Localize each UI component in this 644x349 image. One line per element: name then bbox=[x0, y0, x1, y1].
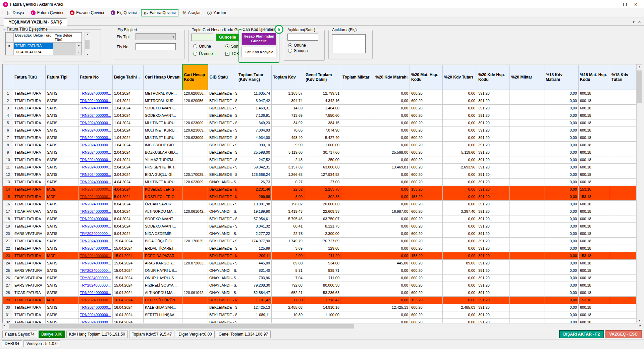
cell-miktar20[interactable] bbox=[510, 134, 544, 141]
cell-genel-toplam[interactable]: 1.100,00 bbox=[304, 311, 341, 318]
cell-gib-statu[interactable]: BEKLEMEDE - SA... bbox=[208, 245, 237, 252]
cell-genel-toplam[interactable]: 27,00 bbox=[304, 178, 341, 186]
cell-gib-statu[interactable]: BEKLEMEDE - SA... bbox=[208, 112, 237, 119]
menu-araclar[interactable]: ⚒ Araçlar bbox=[180, 9, 204, 16]
cell-fatura-no[interactable]: TRN2024000000... bbox=[78, 304, 113, 311]
cell-genel-toplam[interactable]: 211,20 bbox=[304, 252, 341, 259]
cell-toplam-miktar[interactable] bbox=[341, 230, 374, 237]
cell-kdv18-tutari[interactable] bbox=[610, 289, 638, 296]
cell-genel-toplam[interactable]: 302,88 bbox=[304, 193, 341, 200]
cell-gib-statu[interactable]: BEKLEMEDE - SA... bbox=[208, 134, 237, 141]
cell-kdv20-hsp-kodu[interactable]: 391.20 bbox=[477, 127, 510, 134]
cell-kdv20-tutari[interactable]: 0,00 bbox=[443, 104, 477, 112]
cell-kdv18-tutari[interactable] bbox=[610, 134, 638, 141]
cell-fatura-no[interactable]: TRN2024000000... bbox=[78, 222, 113, 230]
cell-belge-tarihi[interactable]: 15.04.2024 bbox=[113, 259, 144, 267]
cell-kdv18-tutari[interactable] bbox=[610, 119, 638, 127]
cell-rownum[interactable]: 21 bbox=[3, 237, 13, 245]
cell-cari-hesap-kodu[interactable]: 120.620056... bbox=[182, 97, 208, 104]
cell-belge-tarihi[interactable]: 1.04.2024 bbox=[113, 127, 144, 134]
cell-kdv18-tutari[interactable] bbox=[610, 90, 638, 97]
cell-kdv18-tutari[interactable] bbox=[610, 296, 638, 304]
cell-belge-tarihi[interactable]: 8.04.2024 bbox=[113, 215, 144, 222]
col-genel-toplam[interactable]: Genel Toplam (Kdv Dahil) bbox=[304, 65, 341, 90]
cell-belge-tarihi[interactable]: 15.04.2024 bbox=[113, 274, 144, 282]
cell-genel-toplam[interactable]: 4.342,16 bbox=[304, 97, 341, 104]
cell-mat18-hsp-kodu[interactable]: 600.18 bbox=[579, 163, 610, 171]
cell-kdv20-matrahi[interactable]: 0,00 bbox=[374, 156, 410, 163]
cell-kdv18-matrahi[interactable]: 0,00 bbox=[544, 119, 579, 127]
cell-toplam-miktar[interactable] bbox=[341, 237, 374, 245]
cell-fatura-tipi[interactable]: SATIS bbox=[46, 318, 78, 323]
cell-cari-hesap-unvani[interactable]: NİDA ÖZDEMİR bbox=[144, 230, 182, 237]
cell-kdv20-tutari[interactable]: 0,00 bbox=[443, 282, 477, 289]
cell-kdv20-matrahi[interactable]: 0,00 bbox=[374, 97, 410, 104]
cell-fatura-tipi[interactable]: SATIS bbox=[46, 200, 78, 208]
fatura-no-link[interactable]: TRN2024000000... bbox=[80, 180, 111, 184]
cell-kdv18-matrahi[interactable]: 0,00 bbox=[544, 104, 579, 112]
cell-toplam-kdv[interactable]: 3,69 bbox=[272, 245, 304, 252]
cell-belge-tarihi[interactable]: 1.04.2024 bbox=[113, 141, 144, 149]
fatura-no-link[interactable]: TRN2024000000... bbox=[80, 291, 111, 295]
cell-kdv20-hsp-kodu[interactable]: 391.20 bbox=[477, 230, 510, 237]
cell-rownum[interactable]: 22 bbox=[3, 245, 13, 252]
belge-turu-row-temelfatura[interactable]: ▶ TEMELFATURA ▾ bbox=[6, 43, 82, 49]
cell-mat18-hsp-kodu[interactable]: 600.18 bbox=[579, 274, 610, 282]
cell-toplam-kdv[interactable]: 5.795,46 bbox=[272, 215, 304, 222]
table-row[interactable]: 4TEMELFATURASATISTRN2024000000...1.04.20… bbox=[3, 112, 638, 119]
cell-belge-tarihi[interactable]: 4.04.2024 bbox=[113, 178, 144, 186]
cell-kdv18-matrahi[interactable]: 0,00 bbox=[544, 186, 579, 193]
col-toplam-miktar[interactable]: Toplam Miktar bbox=[341, 65, 374, 90]
table-row[interactable]: 17TICARIFATURASATISTRN2024000000...8.04.… bbox=[3, 208, 638, 215]
cell-miktar20[interactable] bbox=[510, 230, 544, 237]
radio-aciklama-sonuna[interactable]: Sonuna bbox=[287, 48, 324, 53]
cell-fatura-turu[interactable]: TEMELFATURA bbox=[13, 296, 46, 304]
tab-close-icon[interactable]: ✕ bbox=[638, 20, 641, 24]
fatura-no-link[interactable]: TRN2024000000... bbox=[80, 99, 111, 103]
cell-cari-hesap-unvani[interactable]: SODEXO AVANT... bbox=[144, 104, 182, 112]
cell-gib-statu[interactable]: ONAYLANDI - S... bbox=[208, 282, 237, 289]
table-row[interactable]: 28TICARIFATURASATISTRN2024000000...16.04… bbox=[3, 289, 638, 296]
cell-fatura-turu[interactable]: TEMELFATURA bbox=[13, 119, 46, 127]
fis-tipi-dropdown[interactable]: ▾ bbox=[136, 33, 176, 40]
fatura-no-link[interactable]: TRN2024000000... bbox=[80, 158, 111, 162]
cell-kdv18-matrahi[interactable]: 0,00 bbox=[544, 274, 579, 282]
cell-miktar20[interactable] bbox=[510, 119, 544, 127]
cell-toplam-kdv[interactable] bbox=[272, 318, 304, 323]
cell-toplam-tutar[interactable]: 125,99 bbox=[237, 245, 272, 252]
cell-kdv18-tutari[interactable] bbox=[610, 311, 638, 318]
cell-rownum[interactable]: 26 bbox=[3, 274, 13, 282]
cell-gib-statu[interactable]: BEKLEMEDE - SA... bbox=[208, 127, 237, 134]
cell-fatura-no[interactable]: TRN2024000000... bbox=[78, 289, 113, 296]
cell-fatura-turu[interactable]: TEMELFATURA bbox=[13, 134, 46, 141]
cell-fatura-no[interactable]: TRN2024000000... bbox=[78, 208, 113, 215]
cell-kdv20-matrahi[interactable]: 0,00 bbox=[374, 267, 410, 274]
cell-kdv20-tutari[interactable]: 0,00 bbox=[443, 289, 477, 296]
cell-fatura-no[interactable]: TRN2024000000... bbox=[78, 156, 113, 163]
table-row[interactable]: 24TEMELFATURASATISTRN2024000000...15.04.… bbox=[3, 259, 638, 267]
cell-fatura-tipi[interactable]: SATIS bbox=[46, 208, 78, 215]
cell-belge-tarihi[interactable]: 16.04.2024 bbox=[113, 289, 144, 296]
col-belge-tarihi[interactable]: Belge Tarihi▲ bbox=[113, 65, 144, 90]
cell-kdv20-tutari[interactable]: 0,00 bbox=[443, 222, 477, 230]
cell-kdv20-hsp-kodu[interactable]: 391.20 bbox=[477, 222, 510, 230]
cell-toplam-miktar[interactable] bbox=[341, 171, 374, 178]
cell-genel-toplam[interactable]: 63.750,07 bbox=[304, 215, 341, 222]
table-row[interactable]: 6TEMELFATURASATISTRN2024000000...1.04.20… bbox=[3, 127, 638, 134]
cell-toplam-tutar[interactable]: 25.598,00 bbox=[237, 149, 272, 156]
table-row[interactable]: 23TEMELFATURAIADETRN2024000000...15.04.2… bbox=[3, 252, 638, 259]
cell-belge-tarihi[interactable]: 3.04.2024 bbox=[113, 171, 144, 178]
table-row[interactable]: 26EARSIVFATURASATISTRY2024000000...15.04… bbox=[3, 274, 638, 282]
cell-mat18-hsp-kodu[interactable]: 600.18 bbox=[579, 208, 610, 215]
cell-rownum[interactable]: 6 bbox=[3, 127, 13, 134]
cell-genel-toplam[interactable]: 5.427,40 bbox=[304, 134, 341, 141]
cell-fatura-tipi[interactable]: SATIS bbox=[46, 104, 78, 112]
scroll-left-icon[interactable]: ◀ bbox=[3, 324, 5, 327]
cell-fatura-no[interactable]: TRN2024000000... bbox=[78, 296, 113, 304]
cell-genel-toplam[interactable]: 384,15 bbox=[304, 119, 341, 127]
cell-toplam-kdv[interactable]: 10,89 bbox=[272, 311, 304, 318]
cell-kdv20-matrahi[interactable]: 0,00 bbox=[374, 193, 410, 200]
cell-kdv18-tutari[interactable] bbox=[610, 237, 638, 245]
cell-genel-toplam[interactable]: 12.799,31 bbox=[304, 90, 341, 97]
table-row[interactable]: 11TEMELFATURASATISTRN2024000000...2.04.2… bbox=[3, 163, 638, 171]
